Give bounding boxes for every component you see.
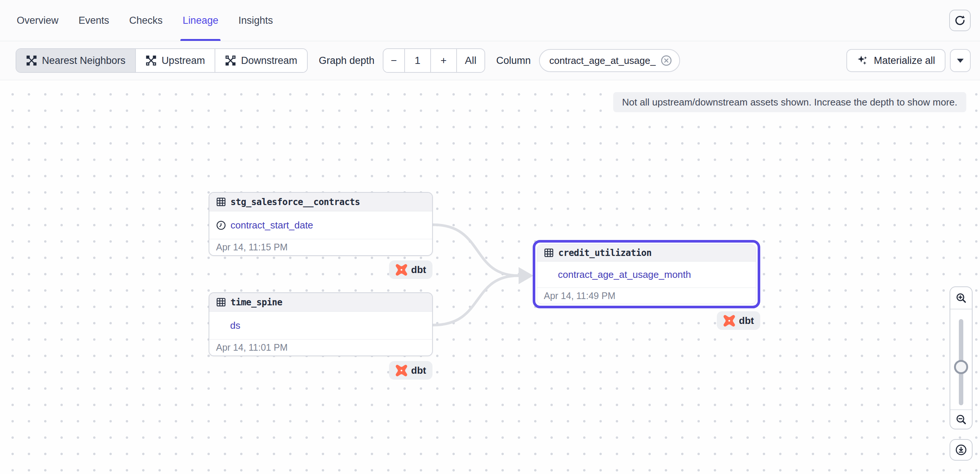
zoom-controls xyxy=(950,286,972,429)
chevron-down-icon xyxy=(957,59,964,63)
clock-icon xyxy=(216,220,226,230)
graph-depth-label: Graph depth xyxy=(319,55,375,67)
node-stg-salesforce-contracts[interactable]: stg_salesforce__contracts contract_start… xyxy=(208,192,433,256)
column-row[interactable]: contract_age_at_usage_month xyxy=(537,262,756,287)
fit-view-button[interactable] xyxy=(950,439,972,461)
dbt-logo-icon xyxy=(395,364,407,377)
depth-decrement-button[interactable]: − xyxy=(383,49,405,72)
tab-overview[interactable]: Overview xyxy=(17,0,59,41)
node-timestamp: Apr 14, 11:01 PM xyxy=(209,339,432,356)
zoom-slider[interactable] xyxy=(959,319,963,405)
lineage-toolbar: Nearest Neighbors Upstream xyxy=(0,41,980,80)
dbt-badge: dbt xyxy=(389,361,433,380)
dbt-badge: dbt xyxy=(389,260,433,279)
node-time-spine[interactable]: time_spine ds Apr 14, 11:01 PM xyxy=(208,292,433,356)
zoom-out-icon xyxy=(956,414,967,425)
dbt-badge-label: dbt xyxy=(411,264,426,276)
nav-actions xyxy=(949,0,971,41)
tab-insights[interactable]: Insights xyxy=(238,0,273,41)
refresh-button[interactable] xyxy=(949,10,971,31)
dbt-badge-label: dbt xyxy=(411,365,426,376)
depth-all-button[interactable]: All xyxy=(457,49,484,72)
tab-checks[interactable]: Checks xyxy=(129,0,162,41)
mode-nearest-neighbors-button[interactable]: Nearest Neighbors xyxy=(16,49,136,72)
materialize-dropdown-button[interactable] xyxy=(950,49,971,72)
edge-arrowhead xyxy=(519,267,533,284)
zoom-in-button[interactable] xyxy=(950,287,972,310)
node-header: credit_utilization xyxy=(537,244,756,262)
column-label: Column xyxy=(496,55,531,67)
graph-depth-value: 1 xyxy=(405,49,431,72)
toolbar-right-actions: Materialize all xyxy=(846,49,971,72)
dbt-badge-label: dbt xyxy=(739,315,754,327)
node-timestamp: Apr 14, 11:15 PM xyxy=(209,239,432,255)
node-header: stg_salesforce__contracts xyxy=(209,193,432,211)
view-mode-segmented-control: Nearest Neighbors Upstream xyxy=(16,48,308,73)
tab-events[interactable]: Events xyxy=(79,0,110,41)
column-filter-value: contract_age_at_usage_ xyxy=(549,55,655,67)
depth-notice-banner: Not all upstream/downstream assets shown… xyxy=(613,92,966,112)
node-header: time_spine xyxy=(209,293,432,312)
dbt-logo-icon xyxy=(723,314,735,327)
node-title: credit_utilization xyxy=(558,248,651,258)
fit-view-icon xyxy=(955,444,967,456)
node-credit-utilization[interactable]: credit_utilization contract_age_at_usage… xyxy=(533,240,760,308)
column-name: contract_start_date xyxy=(231,220,313,231)
table-icon xyxy=(544,248,554,258)
table-icon xyxy=(216,297,226,307)
dbt-badge: dbt xyxy=(717,311,760,330)
column-row[interactable]: contract_start_date xyxy=(209,211,432,239)
top-nav: Overview Events Checks Lineage Insights xyxy=(0,0,980,41)
mode-label: Nearest Neighbors xyxy=(42,55,126,67)
node-title: time_spine xyxy=(231,297,283,308)
zoom-out-button[interactable] xyxy=(950,409,972,429)
nav-tabs: Overview Events Checks Lineage Insights xyxy=(17,0,273,41)
sparkles-icon xyxy=(857,54,869,67)
lineage-canvas[interactable]: Not all upstream/downstream assets shown… xyxy=(0,80,980,474)
mode-label: Downstream xyxy=(241,55,298,67)
table-icon xyxy=(216,197,226,207)
nearest-neighbors-icon xyxy=(26,55,37,66)
materialize-all-button[interactable]: Materialize all xyxy=(846,49,945,72)
node-title: stg_salesforce__contracts xyxy=(231,197,360,207)
lineage-edges xyxy=(0,80,980,474)
zoom-in-icon xyxy=(956,292,967,303)
refresh-icon xyxy=(955,15,966,26)
x-circle-icon[interactable] xyxy=(661,55,672,66)
mode-label: Upstream xyxy=(161,55,205,67)
column-name: ds xyxy=(230,320,240,331)
column-filter-chip[interactable]: contract_age_at_usage_ xyxy=(539,49,680,72)
tab-lineage[interactable]: Lineage xyxy=(183,0,218,41)
materialize-all-label: Materialize all xyxy=(874,55,935,67)
downstream-icon xyxy=(225,55,236,66)
column-row[interactable]: ds xyxy=(209,312,432,339)
depth-increment-button[interactable]: + xyxy=(431,49,457,72)
upstream-icon xyxy=(145,55,157,66)
mode-downstream-button[interactable]: Downstream xyxy=(215,49,307,72)
dbt-logo-icon xyxy=(395,264,407,276)
column-name: contract_age_at_usage_month xyxy=(558,269,691,281)
lineage-page: Overview Events Checks Lineage Insights xyxy=(0,0,980,474)
node-timestamp: Apr 14, 11:49 PM xyxy=(537,287,756,304)
graph-depth-stepper: − 1 + All xyxy=(383,48,485,73)
mode-upstream-button[interactable]: Upstream xyxy=(136,49,215,72)
zoom-slider-handle[interactable] xyxy=(954,360,968,374)
